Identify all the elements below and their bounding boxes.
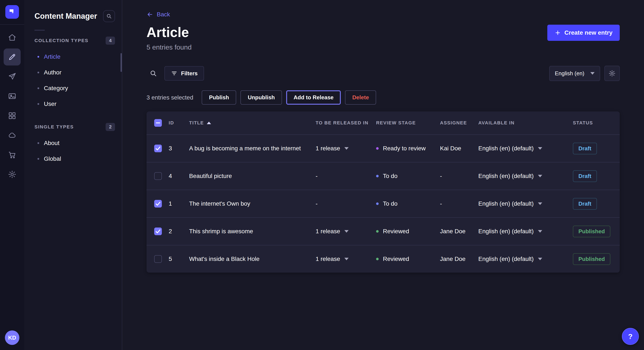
sidebar-item-user[interactable]: User — [24, 96, 122, 112]
column-header-id: ID — [169, 120, 189, 126]
stage-label: Ready to review — [383, 145, 426, 152]
content-manager-subnav: Content Manager COLLECTION TYPES 4 Artic… — [24, 0, 122, 350]
filter-icon — [171, 70, 178, 77]
release-value: - — [316, 173, 318, 179]
content-type-builder-icon[interactable] — [4, 107, 21, 124]
sort-ascending-icon — [207, 122, 211, 124]
locale-select[interactable]: English (en) — [549, 66, 600, 81]
avatar[interactable]: KD — [5, 331, 20, 345]
stage-dot-icon — [376, 202, 379, 205]
cell-title: This shrimp is awesome — [189, 228, 316, 235]
filters-button[interactable]: Filters — [164, 66, 204, 81]
row-checkbox[interactable] — [154, 227, 162, 235]
delete-button[interactable]: Delete — [345, 90, 376, 105]
cell-available-in-dropdown[interactable]: English (en) (default) — [478, 228, 573, 235]
sidebar-item-about[interactable]: About — [24, 135, 122, 151]
content-manager-icon[interactable] — [4, 48, 21, 65]
entries-table: ID TITLE TO BE RELEASED IN REVIEW STAGE … — [146, 111, 620, 273]
stage-label: Reviewed — [383, 228, 409, 235]
home-icon[interactable] — [4, 29, 21, 46]
publish-button[interactable]: Publish — [202, 90, 236, 105]
back-link[interactable]: Back — [146, 11, 170, 18]
strapi-logo[interactable] — [5, 5, 19, 19]
cell-release-dropdown[interactable]: 1 release — [316, 228, 376, 235]
cell-release-dropdown[interactable]: 1 release — [316, 256, 376, 262]
column-header-title-label: TITLE — [189, 120, 204, 126]
entries-count: 5 entries found — [146, 43, 192, 51]
settings-gear-icon[interactable] — [4, 166, 21, 183]
cell-assignee: Jane Doe — [440, 256, 478, 262]
locale-value: English (en) (default) — [478, 228, 534, 235]
row-checkbox[interactable] — [154, 172, 162, 180]
bullet-icon — [38, 87, 39, 89]
sidebar-item-article[interactable]: Article — [24, 49, 122, 65]
cell-review-stage: Reviewed — [376, 256, 440, 262]
chevron-down-icon — [344, 230, 348, 233]
table-row[interactable]: 2 This shrimp is awesome 1 release Revie… — [146, 217, 620, 245]
row-checkbox[interactable] — [154, 200, 162, 207]
marketplace-cart-icon[interactable] — [4, 146, 21, 163]
bullet-icon — [38, 72, 39, 73]
single-types-section: SINGLE TYPES 2 About Global — [24, 123, 122, 167]
sidebar-item-category[interactable]: Category — [24, 80, 122, 96]
table-row[interactable]: 4 Beautiful picture - To do - English (e… — [146, 162, 620, 190]
cell-title: A bug is becoming a meme on the internet — [189, 145, 316, 152]
row-checkbox[interactable] — [154, 255, 162, 263]
cell-release-dropdown[interactable]: - — [316, 173, 376, 179]
table-row[interactable]: 3 A bug is becoming a meme on the intern… — [146, 134, 620, 162]
chevron-down-icon — [538, 147, 542, 150]
select-all-checkbox[interactable] — [154, 119, 162, 127]
release-value: 1 release — [316, 145, 340, 152]
add-to-release-button[interactable]: Add to Release — [286, 90, 341, 105]
column-header-title[interactable]: TITLE — [189, 120, 316, 126]
table-row[interactable]: 1 The internet's Own boy - To do - Engli… — [146, 190, 620, 217]
release-value: - — [316, 200, 318, 207]
cloud-icon[interactable] — [4, 127, 21, 144]
sidebar-item-label: Author — [44, 69, 62, 76]
sidebar-item-global[interactable]: Global — [24, 151, 122, 167]
cell-assignee: Jane Doe — [440, 228, 478, 235]
search-button[interactable] — [146, 67, 160, 80]
status-badge: Published — [573, 253, 610, 265]
row-checkbox[interactable] — [154, 145, 162, 152]
section-count-badge: 2 — [106, 123, 115, 131]
sidebar-search-button[interactable] — [103, 10, 115, 22]
sidebar-item-author[interactable]: Author — [24, 65, 122, 80]
cell-available-in-dropdown[interactable]: English (en) (default) — [478, 200, 573, 207]
releases-icon[interactable] — [4, 68, 21, 85]
create-entry-button[interactable]: Create new entry — [547, 25, 620, 41]
view-settings-button[interactable] — [604, 66, 620, 81]
divider — [34, 30, 45, 31]
cell-available-in-dropdown[interactable]: English (en) (default) — [478, 173, 573, 179]
page-heading: Article 5 entries found — [146, 24, 192, 51]
release-value: 1 release — [316, 256, 340, 262]
search-icon — [106, 13, 112, 19]
table-row[interactable]: 5 What's inside a Black Hole 1 release R… — [146, 245, 620, 273]
media-library-icon[interactable] — [4, 88, 21, 105]
sidebar-item-label: Article — [44, 53, 60, 60]
bullet-icon — [38, 103, 39, 105]
stage-dot-icon — [376, 147, 379, 150]
cell-available-in-dropdown[interactable]: English (en) (default) — [478, 256, 573, 262]
cell-release-dropdown[interactable]: - — [316, 200, 376, 207]
indeterminate-dash-icon — [156, 123, 160, 123]
check-icon — [156, 229, 160, 233]
unpublish-button[interactable]: Unpublish — [240, 90, 282, 105]
check-icon — [156, 146, 160, 151]
stage-label: To do — [383, 173, 398, 179]
nav-rail-items — [4, 29, 21, 183]
cell-title: Beautiful picture — [189, 173, 316, 179]
cell-available-in-dropdown[interactable]: English (en) (default) — [478, 145, 573, 152]
arrow-left-icon — [146, 11, 153, 18]
cell-release-dropdown[interactable]: 1 release — [316, 145, 376, 152]
cell-title: The internet's Own boy — [189, 200, 316, 207]
column-header-review-stage: REVIEW STAGE — [376, 120, 440, 126]
help-button[interactable]: ? — [622, 328, 639, 345]
search-icon — [150, 70, 157, 77]
cell-id: 4 — [169, 173, 189, 179]
app-root: KD Content Manager COLLECTION TYPES 4 Ar… — [0, 0, 644, 350]
cell-review-stage: To do — [376, 173, 440, 179]
cell-id: 5 — [169, 256, 189, 262]
plus-icon — [554, 29, 561, 36]
bullet-icon — [38, 142, 39, 144]
